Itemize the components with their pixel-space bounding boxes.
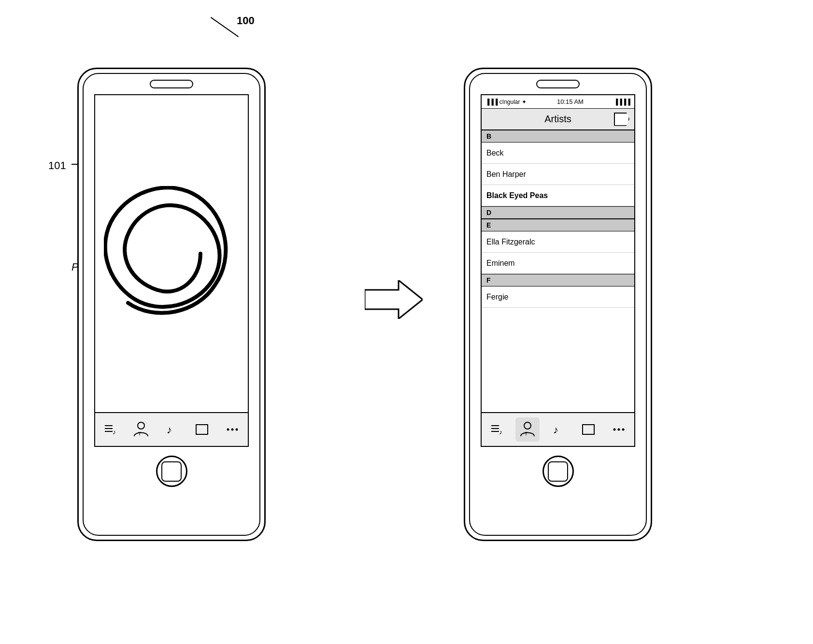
svg-point-11 <box>227 429 229 431</box>
right-tab-icon-artist[interactable]: T <box>515 417 540 442</box>
artist-list: B Beck Ben Harper Black Eyed Peas D E El… <box>482 130 634 412</box>
section-header-e: E <box>482 219 634 231</box>
left-phone-home-button[interactable] <box>156 456 187 487</box>
right-phone-screen: ▐▐▐ cIngular ✦ 10:15 AM ▐▐▐▐ Artists B B… <box>481 94 635 413</box>
tab-icon-more[interactable] <box>220 417 244 442</box>
svg-text:♪: ♪ <box>113 428 116 436</box>
right-phone-home-button[interactable] <box>542 456 574 487</box>
svg-rect-10 <box>196 425 208 434</box>
battery-indicator: ▐▐▐▐ <box>614 99 630 105</box>
section-header-f: F <box>482 274 634 286</box>
svg-point-23 <box>618 429 620 431</box>
list-item-ella-fitzgerald[interactable]: Ella Fitzgeralc <box>482 231 634 253</box>
list-item-ben-harper[interactable]: Ben Harper <box>482 164 634 185</box>
tab-icon-artist[interactable]: T <box>129 417 153 442</box>
gesture-area[interactable] <box>95 95 248 412</box>
tab-icon-video[interactable] <box>190 417 214 442</box>
right-home-button-inner <box>548 461 568 482</box>
home-button-inner <box>161 461 182 482</box>
left-phone-screen <box>94 94 249 413</box>
right-tab-icon-music[interactable]: ♪ <box>546 417 570 442</box>
section-header-d: D <box>482 206 634 219</box>
svg-point-13 <box>236 429 238 431</box>
right-tab-icon-video[interactable] <box>576 417 600 442</box>
tab-icon-music[interactable]: ♪ <box>159 417 184 442</box>
svg-rect-21 <box>583 425 594 434</box>
svg-point-18 <box>524 422 531 429</box>
right-phone-speaker <box>536 80 580 88</box>
list-item-beck[interactable]: Beck <box>482 143 634 164</box>
status-bar: ▐▐▐ cIngular ✦ 10:15 AM ▐▐▐▐ <box>482 95 634 109</box>
svg-marker-2 <box>365 280 423 319</box>
tab-icon-playlist[interactable]: ♪ <box>99 417 123 442</box>
svg-text:♪: ♪ <box>167 424 172 436</box>
left-phone-tab-bar: ♪ T ♪ <box>94 413 249 447</box>
svg-text:T: T <box>525 431 528 436</box>
section-header-b: B <box>482 130 634 143</box>
spiral-gesture <box>104 186 239 321</box>
patent-label-100: 100 <box>237 14 255 27</box>
nav-forward-button[interactable] <box>614 113 629 126</box>
svg-point-22 <box>613 429 616 431</box>
svg-point-24 <box>622 429 625 431</box>
patent-label-101: 101 <box>48 159 66 172</box>
nav-title: Artists <box>544 114 571 125</box>
svg-text:♪: ♪ <box>499 428 502 436</box>
left-phone: ♪ T ♪ <box>77 68 266 541</box>
svg-text:T: T <box>138 431 141 436</box>
patent-arrow-100 <box>211 17 239 37</box>
svg-point-7 <box>138 422 144 429</box>
nav-bar: Artists <box>482 109 634 130</box>
right-phone-tab-bar: ♪ T ♪ <box>481 413 635 447</box>
time-display: 10:15 AM <box>557 98 584 105</box>
svg-text:♪: ♪ <box>553 424 558 436</box>
list-item-fergie[interactable]: Fergie <box>482 286 634 308</box>
list-item-black-eyed-peas[interactable]: Black Eyed Peas <box>482 185 634 206</box>
list-item-eminem[interactable]: Eminem <box>482 253 634 274</box>
right-tab-icon-playlist[interactable]: ♪ <box>485 417 509 442</box>
svg-point-12 <box>231 429 234 431</box>
transition-arrow <box>365 280 423 319</box>
signal-strength: ▐▐▐ cIngular ✦ <box>485 99 527 105</box>
right-phone: ▐▐▐ cIngular ✦ 10:15 AM ▐▐▐▐ Artists B B… <box>464 68 652 541</box>
right-tab-icon-more[interactable] <box>607 417 631 442</box>
left-phone-speaker <box>150 80 193 88</box>
